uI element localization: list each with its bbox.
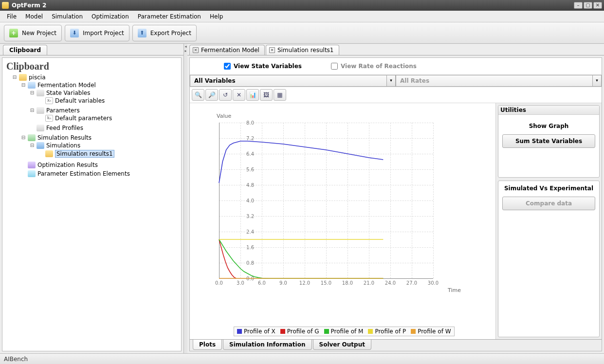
chart-options-button[interactable]: 📊 <box>246 89 259 101</box>
menu-file[interactable]: File <box>3 12 20 21</box>
reset-zoom-button[interactable]: ↺ <box>219 89 232 101</box>
twisty-icon[interactable]: ⊟ <box>30 108 35 113</box>
compare-data-button: Compare data <box>502 197 595 210</box>
tab-plots[interactable]: Plots <box>193 340 222 350</box>
export-project-icon <box>138 29 146 37</box>
parameter-icon: kₙ <box>45 115 53 122</box>
optimization-results-icon <box>28 162 36 168</box>
folder-icon <box>19 74 27 81</box>
tree-optimization-results[interactable]: Optimization Results <box>37 162 98 168</box>
main-toolbar: New Project Import Project Export Projec… <box>0 22 604 44</box>
import-project-button[interactable]: Import Project <box>65 25 129 41</box>
app-icon <box>2 2 9 9</box>
close-tab-icon[interactable]: ✕ <box>269 47 275 53</box>
menu-bar: File Model Simulation Optimization Param… <box>0 11 604 22</box>
menu-parameter-estimation[interactable]: Parameter Estimation <box>134 12 205 21</box>
tree-feed-profiles[interactable]: Feed Profiles <box>46 125 83 131</box>
all-rates-select: All Rates ▾ <box>396 75 602 87</box>
status-bar: AIBench <box>0 353 604 364</box>
dropdown-icon: ▾ <box>593 75 602 87</box>
export-project-label: Export Project <box>150 30 191 36</box>
tree-parameters[interactable]: Parameters <box>46 107 80 114</box>
variable-icon: xₙ <box>45 97 53 104</box>
new-project-label: New Project <box>22 30 56 36</box>
result-icon <box>45 150 53 157</box>
tab-clipboard[interactable]: Clipboard <box>3 45 47 55</box>
view-state-variables-checkbox[interactable]: View State Variables <box>224 63 302 70</box>
tab-solver-output[interactable]: Solver Output <box>313 340 371 350</box>
tree-simulation-results1[interactable]: Simulation results1 <box>55 150 114 158</box>
simulations-icon <box>37 142 44 149</box>
menu-model[interactable]: Model <box>21 12 47 21</box>
tab-simulation-results1[interactable]: ✕ Simulation results1 <box>266 45 339 55</box>
tree-fermentation-model[interactable]: Fermentation Model <box>37 82 96 89</box>
parameter-estimation-icon <box>28 170 36 177</box>
zoom-out-button[interactable]: 🔎 <box>205 89 218 101</box>
view-state-variables-input[interactable] <box>224 63 231 70</box>
menu-help[interactable]: Help <box>206 12 227 21</box>
menu-simulation[interactable]: Simulation <box>48 12 87 21</box>
list-icon <box>37 107 44 114</box>
clipboard-header: Clipboard <box>3 60 180 73</box>
close-button[interactable]: ✕ <box>593 2 602 9</box>
utilities-header: Utilities <box>498 106 599 115</box>
chart-area[interactable]: Value 0.00.81.62.43.24.04.85.66.47.28.00… <box>190 103 495 339</box>
new-project-icon <box>9 29 18 37</box>
chart-y-title: Value <box>217 113 231 119</box>
view-rate-of-reactions-checkbox[interactable]: View Rate of Reactions <box>331 63 417 70</box>
twisty-icon[interactable]: ⊟ <box>21 83 26 88</box>
tab-fermentation-model-label: Fermentation Model <box>201 47 259 54</box>
all-variables-select[interactable]: All Variables ▾ <box>190 75 396 87</box>
twisty-icon[interactable]: ⊟ <box>12 75 17 80</box>
tab-fermentation-model[interactable]: ✕ Fermentation Model <box>189 45 265 55</box>
maximize-button[interactable]: ▢ <box>584 2 592 9</box>
twisty-icon[interactable]: ⊟ <box>30 91 35 95</box>
simulated-vs-experimental-label: Simulated Vs Experimental <box>502 185 595 192</box>
splitter-collapse-left-icon[interactable]: ◂ <box>184 45 186 49</box>
export-project-button[interactable]: Export Project <box>132 25 197 41</box>
tree-default-parameters[interactable]: Default parameters <box>55 115 112 122</box>
tree-simulation-results[interactable]: Simulation Results <box>37 134 92 141</box>
view-rate-of-reactions-label: View Rate of Reactions <box>341 63 417 70</box>
status-text: AIBench <box>4 356 28 363</box>
dropdown-icon[interactable]: ▾ <box>387 75 396 87</box>
clipboard-panel: Clipboard Clipboard ⊟ piscia <box>0 44 184 353</box>
twisty-icon[interactable]: ⊟ <box>21 135 26 140</box>
tree-simulations[interactable]: Simulations <box>46 142 80 149</box>
project-tree[interactable]: ⊟ piscia ⊟ Fermentation Model <box>3 73 180 179</box>
all-rates-value: All Rates <box>396 75 593 87</box>
all-variables-value: All Variables <box>190 75 387 87</box>
data-table-button[interactable]: ▦ <box>274 89 286 101</box>
view-rate-of-reactions-input[interactable] <box>331 63 338 70</box>
export-chart-button[interactable]: 🖼 <box>260 89 273 101</box>
menu-optimization[interactable]: Optimization <box>88 12 133 21</box>
twisty-icon[interactable]: ⊟ <box>30 143 35 148</box>
splitter-handle[interactable]: ◂ ▸ <box>184 44 187 353</box>
chart-toolbar: 🔍 🔎 ↺ ✕ 📊 🖼 ▦ <box>190 87 602 103</box>
tab-simulation-results1-label: Simulation results1 <box>277 47 334 54</box>
content-panel: ✕ Fermentation Model ✕ Simulation result… <box>187 44 604 353</box>
tree-default-variables[interactable]: Default variables <box>55 97 105 104</box>
close-tab-icon[interactable]: ✕ <box>193 47 199 53</box>
view-state-variables-label: View State Variables <box>234 63 302 70</box>
utilities-panel: Utilities Show Graph Sum State Variables… <box>495 103 602 339</box>
crosshair-button[interactable]: ✕ <box>233 89 245 101</box>
chart-x-title: Time <box>448 287 461 293</box>
tree-parameter-estimation-elements[interactable]: Parameter Estimation Elements <box>37 170 130 177</box>
chart-legend: Profile of XProfile of GProfile of MProf… <box>234 327 455 336</box>
tab-simulation-information[interactable]: Simulation Information <box>223 340 311 350</box>
new-project-button[interactable]: New Project <box>4 25 62 41</box>
import-project-label: Import Project <box>83 30 124 36</box>
zoom-in-button[interactable]: 🔍 <box>192 89 204 101</box>
simulation-results-icon <box>28 134 36 141</box>
sum-state-variables-button[interactable]: Sum State Variables <box>502 134 595 148</box>
window-title: OptFerm 2 <box>12 2 574 9</box>
title-bar: OptFerm 2 – ▢ ✕ <box>0 0 604 11</box>
splitter-collapse-right-icon[interactable]: ▸ <box>184 49 186 53</box>
tree-root[interactable]: piscia <box>29 74 46 81</box>
import-project-icon <box>70 29 79 37</box>
minimize-button[interactable]: – <box>574 2 583 9</box>
tree-state-variables[interactable]: State Variables <box>46 90 90 96</box>
list-icon <box>37 125 44 131</box>
model-icon <box>28 82 36 89</box>
